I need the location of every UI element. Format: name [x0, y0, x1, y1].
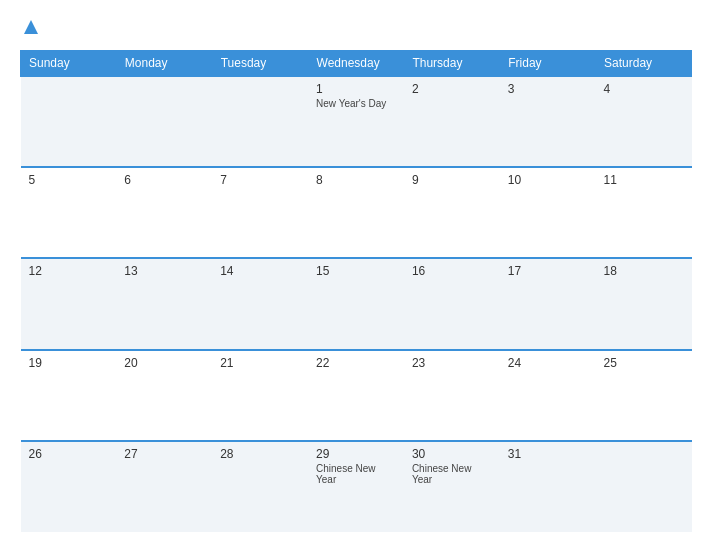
- day-number: 15: [316, 264, 396, 278]
- calendar-cell: 31: [500, 441, 596, 532]
- calendar-cell: 28: [212, 441, 308, 532]
- calendar-cell: 9: [404, 167, 500, 258]
- event-label: New Year's Day: [316, 98, 396, 109]
- calendar-cell: 4: [596, 76, 692, 167]
- day-number: 26: [29, 447, 109, 461]
- calendar-cell: 24: [500, 350, 596, 441]
- day-number: 30: [412, 447, 492, 461]
- day-number: 25: [604, 356, 684, 370]
- week-row-2: 12131415161718: [21, 258, 692, 349]
- calendar-cell: 22: [308, 350, 404, 441]
- calendar-cell: 5: [21, 167, 117, 258]
- day-number: 5: [29, 173, 109, 187]
- day-number: 16: [412, 264, 492, 278]
- day-number: 12: [29, 264, 109, 278]
- day-number: 19: [29, 356, 109, 370]
- calendar-cell: 14: [212, 258, 308, 349]
- calendar-cell: 25: [596, 350, 692, 441]
- day-number: 1: [316, 82, 396, 96]
- calendar-cell: 7: [212, 167, 308, 258]
- calendar-cell: 15: [308, 258, 404, 349]
- day-header-sunday: Sunday: [21, 51, 117, 77]
- day-number: 27: [124, 447, 204, 461]
- calendar-cell: 8: [308, 167, 404, 258]
- day-number: 24: [508, 356, 588, 370]
- svg-marker-0: [24, 20, 38, 34]
- week-row-4: 26272829Chinese New Year30Chinese New Ye…: [21, 441, 692, 532]
- day-number: 18: [604, 264, 684, 278]
- calendar-tbody: 1New Year's Day2345678910111213141516171…: [21, 76, 692, 532]
- calendar-cell: [116, 76, 212, 167]
- day-header-thursday: Thursday: [404, 51, 500, 77]
- calendar-cell: [212, 76, 308, 167]
- day-number: 8: [316, 173, 396, 187]
- calendar-cell: 16: [404, 258, 500, 349]
- event-label: Chinese New Year: [412, 463, 492, 485]
- calendar-cell: 29Chinese New Year: [308, 441, 404, 532]
- day-number: 3: [508, 82, 588, 96]
- calendar-cell: 20: [116, 350, 212, 441]
- calendar-cell: 21: [212, 350, 308, 441]
- calendar-cell: 26: [21, 441, 117, 532]
- week-row-3: 19202122232425: [21, 350, 692, 441]
- event-label: Chinese New Year: [316, 463, 396, 485]
- day-number: 4: [604, 82, 684, 96]
- logo-icon: [22, 18, 40, 36]
- calendar-cell: [596, 441, 692, 532]
- day-number: 20: [124, 356, 204, 370]
- day-header-wednesday: Wednesday: [308, 51, 404, 77]
- day-header-friday: Friday: [500, 51, 596, 77]
- day-number: 22: [316, 356, 396, 370]
- day-number: 13: [124, 264, 204, 278]
- day-number: 23: [412, 356, 492, 370]
- calendar-cell: 10: [500, 167, 596, 258]
- day-header-tuesday: Tuesday: [212, 51, 308, 77]
- day-number: 28: [220, 447, 300, 461]
- day-number: 6: [124, 173, 204, 187]
- day-header-saturday: Saturday: [596, 51, 692, 77]
- day-number: 14: [220, 264, 300, 278]
- day-number: 7: [220, 173, 300, 187]
- calendar-cell: 11: [596, 167, 692, 258]
- day-number: 21: [220, 356, 300, 370]
- day-number: 2: [412, 82, 492, 96]
- calendar-cell: 12: [21, 258, 117, 349]
- calendar-cell: 1New Year's Day: [308, 76, 404, 167]
- days-header-row: SundayMondayTuesdayWednesdayThursdayFrid…: [21, 51, 692, 77]
- day-number: 11: [604, 173, 684, 187]
- calendar-cell: 27: [116, 441, 212, 532]
- calendar-cell: 18: [596, 258, 692, 349]
- day-header-monday: Monday: [116, 51, 212, 77]
- week-row-0: 1New Year's Day234: [21, 76, 692, 167]
- calendar-cell: 13: [116, 258, 212, 349]
- calendar-page: SundayMondayTuesdayWednesdayThursdayFrid…: [0, 0, 712, 550]
- day-number: 29: [316, 447, 396, 461]
- calendar-cell: 17: [500, 258, 596, 349]
- calendar-cell: 30Chinese New Year: [404, 441, 500, 532]
- calendar-thead: SundayMondayTuesdayWednesdayThursdayFrid…: [21, 51, 692, 77]
- day-number: 31: [508, 447, 588, 461]
- day-number: 10: [508, 173, 588, 187]
- calendar-header: [20, 18, 692, 40]
- calendar-cell: 2: [404, 76, 500, 167]
- calendar-cell: 3: [500, 76, 596, 167]
- day-number: 17: [508, 264, 588, 278]
- calendar-cell: 6: [116, 167, 212, 258]
- logo: [20, 18, 42, 40]
- calendar-cell: [21, 76, 117, 167]
- calendar-cell: 23: [404, 350, 500, 441]
- calendar-table: SundayMondayTuesdayWednesdayThursdayFrid…: [20, 50, 692, 532]
- week-row-1: 567891011: [21, 167, 692, 258]
- day-number: 9: [412, 173, 492, 187]
- calendar-cell: 19: [21, 350, 117, 441]
